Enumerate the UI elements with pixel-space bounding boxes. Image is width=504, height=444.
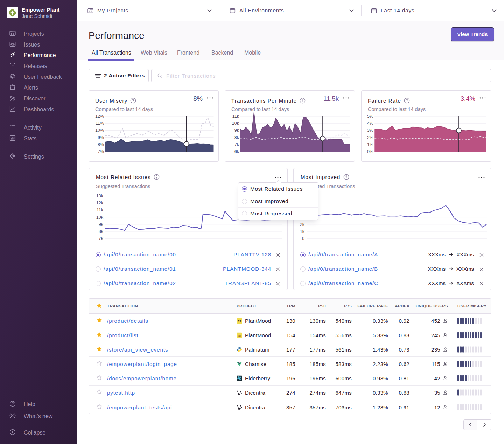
svg-text:7%: 7% — [98, 149, 104, 154]
svg-text:10k: 10k — [232, 121, 239, 126]
svg-text:13k: 13k — [96, 194, 104, 199]
svg-text:0%: 0% — [367, 149, 373, 154]
svg-text:JS: JS — [238, 320, 241, 323]
svg-text:9k: 9k — [234, 128, 239, 133]
svg-text:4%: 4% — [367, 121, 373, 126]
svg-text:7k: 7k — [234, 142, 239, 147]
svg-text:11k: 11k — [97, 208, 104, 213]
svg-text:1%: 1% — [367, 142, 373, 147]
svg-text:6k: 6k — [234, 149, 239, 154]
svg-text:12%: 12% — [95, 114, 104, 119]
svg-text:2%: 2% — [367, 135, 373, 140]
svg-text:10k: 10k — [96, 215, 104, 220]
svg-text:2k: 2k — [300, 222, 305, 227]
svg-text:1k: 1k — [300, 229, 305, 234]
svg-text:10%: 10% — [95, 128, 104, 133]
svg-text:12k: 12k — [96, 201, 104, 206]
svg-text:0: 0 — [302, 236, 304, 241]
svg-text:7k: 7k — [99, 236, 104, 241]
svg-text:11%: 11% — [96, 121, 104, 126]
svg-text:8k: 8k — [99, 229, 104, 234]
svg-text:5%: 5% — [367, 114, 373, 119]
svg-text:8k: 8k — [234, 135, 239, 140]
svg-text:9%: 9% — [98, 135, 104, 140]
svg-text:3%: 3% — [367, 128, 373, 133]
svg-text:8%: 8% — [98, 142, 104, 147]
svg-text:JS: JS — [238, 334, 241, 337]
svg-text:9k: 9k — [99, 222, 104, 227]
svg-text:11k: 11k — [232, 114, 239, 119]
